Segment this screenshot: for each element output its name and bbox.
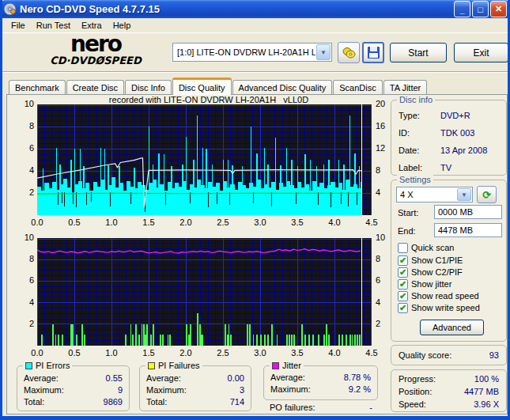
- advanced-button[interactable]: Advanced: [420, 320, 484, 335]
- pi-errors-total-value: 9869: [104, 397, 123, 407]
- axis-tick-label: 6: [13, 143, 34, 153]
- pi-failures-swatch-icon: [148, 362, 155, 369]
- po-failures-value: -: [347, 403, 372, 412]
- end-position-label: End:: [398, 226, 416, 236]
- start-position-field[interactable]: 0000 MB: [434, 205, 502, 219]
- position-value: 4477 MB: [464, 387, 499, 396]
- jitter-caption: Jitter: [270, 361, 304, 370]
- close-button[interactable]: ✕: [490, 1, 507, 17]
- axis-tick-label: 3.5: [288, 348, 307, 358]
- axis-tick-label: 2.0: [176, 348, 195, 358]
- checkbox-label: Quick scan: [411, 243, 454, 252]
- minimize-button[interactable]: _: [454, 1, 470, 17]
- position-label: Position:: [399, 387, 432, 396]
- checkbox-show-c1-pie[interactable]: ✔Show C1/PIE: [398, 255, 463, 266]
- tab-create-disc[interactable]: Create Disc: [66, 80, 124, 95]
- axis-tick-label: 3.0: [251, 218, 270, 227]
- chevron-down-icon[interactable]: ▼: [316, 44, 331, 60]
- pi-failures-caption-text: PI Failures: [158, 361, 200, 370]
- pi-failures-jitter-chart: 1010886644220.00.51.01.52.02.53.03.54.04…: [37, 238, 372, 346]
- refresh-icon: ⟳: [482, 189, 491, 201]
- maximize-icon: □: [478, 5, 483, 14]
- disc-date-label: Date:: [399, 146, 419, 155]
- pi-errors-groupbox: PI Errors Average: 0.55 Maximum: 9 Total…: [17, 365, 130, 411]
- jitter-maximum-value: 9.2 %: [349, 384, 371, 394]
- disc-type-label: Type:: [399, 111, 420, 120]
- pi-errors-average-label: Average:: [24, 373, 59, 383]
- axis-tick-label: 4.0: [325, 218, 344, 227]
- disc-id-label: ID:: [399, 128, 410, 138]
- refresh-button[interactable]: ⟳: [477, 186, 497, 203]
- po-failures-label: PO failures:: [270, 403, 315, 412]
- checkbox-icon: [398, 243, 408, 253]
- exit-button[interactable]: Exit: [454, 43, 508, 62]
- checkbox-quick-scan[interactable]: Quick scan: [398, 242, 454, 253]
- title-bar[interactable]: Nero CD-DVD Speed 4.7.7.15 _ □ ✕: [0, 0, 510, 18]
- checkbox-show-read-speed[interactable]: ✔Show read speed: [398, 290, 479, 301]
- drive-select[interactable]: [1:0] LITE-ON DVDRW LH-20A1H LL0D ▼: [172, 43, 332, 62]
- end-position-field[interactable]: 4478 MB: [434, 223, 502, 237]
- tab-scandisc[interactable]: ScanDisc: [333, 80, 382, 95]
- tab-strip: Benchmark Create Disc Disc Info Disc Qua…: [6, 78, 508, 95]
- pi-errors-maximum-label: Maximum:: [24, 385, 64, 395]
- pi-failures-maximum-value: 3: [240, 385, 244, 395]
- axis-tick-label: 0.0: [28, 348, 47, 358]
- jitter-average-label: Average:: [270, 373, 305, 382]
- checkbox-show-jitter[interactable]: ✔Show jitter: [398, 278, 451, 289]
- checkbox-show-c2-pif[interactable]: ✔Show C2/PIF: [398, 267, 463, 278]
- axis-tick-label: 8: [13, 121, 34, 131]
- eject-button[interactable]: [338, 42, 360, 63]
- axis-tick-label: 2.5: [213, 348, 232, 358]
- jitter-caption-text: Jitter: [282, 361, 301, 370]
- jitter-swatch-icon: [272, 362, 279, 369]
- scan-speed-value: 4 X: [397, 190, 456, 199]
- axis-tick-label: 4.5: [362, 218, 381, 227]
- axis-tick-label: 2: [13, 319, 34, 328]
- tab-disc-quality[interactable]: Disc Quality: [172, 78, 232, 95]
- axis-tick-label: 1.5: [139, 218, 158, 227]
- checkbox-label: Show C2/PIF: [411, 267, 463, 277]
- pi-failures-total-label: Total:: [146, 397, 167, 407]
- scan-speed-select[interactable]: 4 X ▼: [396, 187, 473, 202]
- disc-date-value: 13 Apr 2008: [440, 146, 487, 155]
- axis-tick-label: 2.0: [176, 218, 195, 227]
- pi-failures-total-value: 714: [230, 397, 244, 407]
- disc-label-value: TV: [440, 163, 451, 172]
- checkbox-icon: ✔: [398, 279, 408, 289]
- chart-plot-area: [37, 238, 372, 346]
- axis-tick-label: 6: [13, 275, 34, 285]
- chevron-down-icon[interactable]: ▼: [457, 188, 471, 201]
- tab-advanced-disc-quality[interactable]: Advanced Disc Quality: [232, 80, 333, 95]
- chart-plot-area: [37, 104, 372, 215]
- progress-label: Progress:: [399, 374, 436, 384]
- progress-value: 100 %: [474, 374, 499, 384]
- quality-score-box: Quality score: 93: [391, 345, 507, 365]
- floppy-disk-icon: [368, 47, 380, 59]
- checkbox-label: Show read speed: [411, 291, 479, 301]
- axis-tick-label: 4: [13, 165, 34, 175]
- checkbox-icon: ✔: [398, 267, 408, 278]
- tab-disc-info[interactable]: Disc Info: [125, 80, 172, 95]
- start-button[interactable]: Start: [390, 43, 447, 62]
- disc-type-value: DVD+R: [440, 111, 470, 120]
- save-button[interactable]: [362, 42, 384, 63]
- nero-logo-text: nero: [25, 34, 167, 55]
- axis-tick-label: 4.0: [325, 348, 344, 358]
- menu-extra[interactable]: Extra: [76, 19, 108, 32]
- jitter-average-value: 8.78 %: [344, 373, 371, 382]
- menu-help[interactable]: Help: [108, 19, 137, 32]
- checkbox-label: Show write speed: [411, 303, 480, 312]
- checkbox-label: Show C1/PIE: [411, 255, 463, 265]
- tab-ta-jitter[interactable]: TA Jitter: [383, 80, 428, 95]
- disc-quality-page: recorded with LITE-ON DVDRW LH-20A1H vLL…: [6, 94, 508, 414]
- maximize-button[interactable]: □: [472, 1, 489, 17]
- hand-disc-icon: [342, 47, 356, 59]
- start-position-label: Start:: [398, 208, 418, 218]
- menu-run-test[interactable]: Run Test: [31, 19, 76, 32]
- pi-errors-caption: PI Errors: [23, 361, 72, 370]
- tab-benchmark[interactable]: Benchmark: [9, 80, 66, 95]
- checkbox-show-write-speed[interactable]: ✔Show write speed: [398, 302, 480, 313]
- menu-file[interactable]: File: [6, 19, 31, 32]
- chart-recorded-with-title: recorded with LITE-ON DVDRW LH-20A1H vLL…: [39, 95, 379, 104]
- pi-errors-swatch-icon: [25, 362, 32, 369]
